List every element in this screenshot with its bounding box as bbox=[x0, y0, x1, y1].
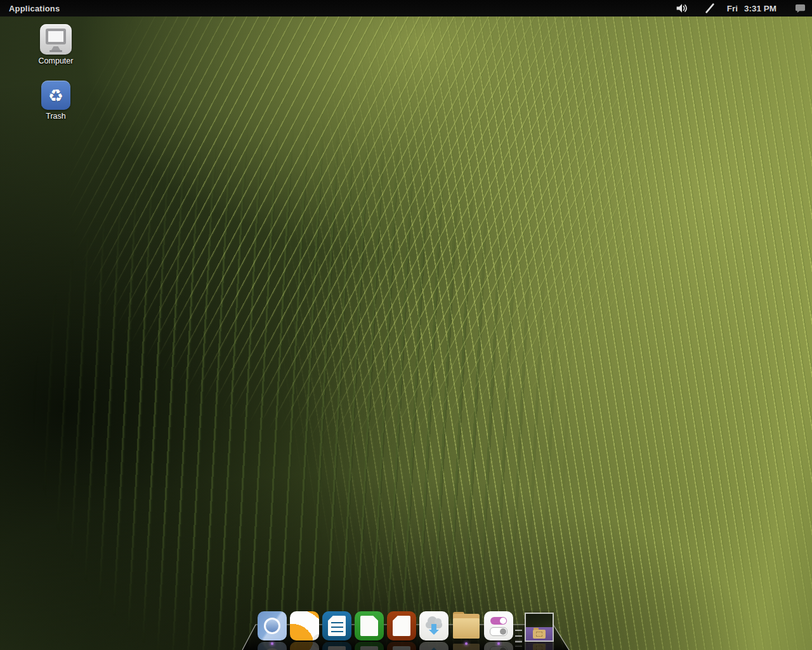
desktop-icon-computer[interactable]: Computer bbox=[29, 24, 82, 65]
libreoffice-impress-icon[interactable] bbox=[387, 611, 416, 640]
mini-folder-icon bbox=[533, 630, 546, 639]
wallpaper-grass-stalks bbox=[0, 17, 812, 650]
panel-tray: Fri 3:31 PM bbox=[675, 0, 812, 17]
wallpaper bbox=[0, 17, 812, 650]
stylus-icon[interactable] bbox=[703, 0, 717, 17]
running-indicator-dot bbox=[465, 642, 468, 645]
workspace-switcher-pager[interactable] bbox=[525, 613, 554, 642]
clock[interactable]: Fri 3:31 PM bbox=[727, 4, 776, 13]
dock-icons bbox=[235, 602, 577, 650]
computer-icon-label: Computer bbox=[29, 56, 82, 65]
settings-toggles-icon[interactable] bbox=[484, 611, 513, 640]
running-indicator-dot bbox=[271, 642, 273, 645]
dock bbox=[235, 602, 577, 650]
desktop-icon-trash[interactable]: ♻ Trash bbox=[29, 81, 82, 121]
file-manager-folder-icon[interactable] bbox=[452, 611, 481, 640]
running-indicator-dot bbox=[497, 642, 500, 645]
computer-icon bbox=[40, 24, 72, 55]
desktop-screen: Applications Fri 3:31 PM bbox=[0, 0, 812, 650]
workspace-thumbnail-bottom[interactable] bbox=[526, 627, 553, 640]
volume-icon[interactable] bbox=[675, 0, 689, 17]
software-updater-icon[interactable] bbox=[419, 611, 449, 640]
chromium-browser-icon[interactable] bbox=[258, 611, 287, 640]
libreoffice-calc-icon[interactable] bbox=[355, 611, 384, 640]
trash-icon-label: Trash bbox=[29, 112, 82, 121]
trash-icon: ♻ bbox=[41, 81, 70, 110]
recycle-symbol-icon: ♻ bbox=[48, 87, 63, 104]
workspace-thumbnail-top[interactable] bbox=[526, 614, 553, 627]
clock-time: 3:31 PM bbox=[744, 4, 776, 13]
dock-separator bbox=[515, 630, 522, 647]
top-panel: Applications Fri 3:31 PM bbox=[0, 0, 812, 17]
libreoffice-writer-icon[interactable] bbox=[322, 611, 351, 640]
applications-menu[interactable]: Applications bbox=[0, 4, 69, 13]
libreoffice-startcenter-icon[interactable] bbox=[290, 611, 319, 640]
notifications-bubble-icon[interactable] bbox=[793, 0, 807, 17]
clock-day: Fri bbox=[727, 4, 738, 13]
